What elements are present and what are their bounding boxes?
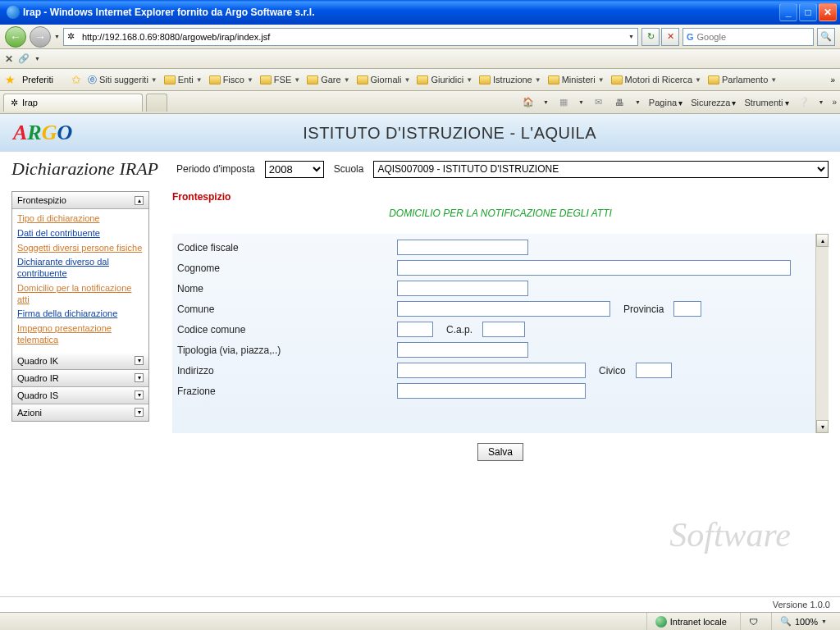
folder-icon <box>307 75 318 84</box>
section-title: Frontespizio <box>172 191 829 203</box>
sidebar-link[interactable]: Dati del contribuente <box>17 226 144 241</box>
app-header: ARGO ISTITUTO D'ISTRUZIONE - L'AQUILA <box>0 114 840 152</box>
security-zone[interactable]: Intranet locale <box>646 613 735 630</box>
favorites-star-icon[interactable]: ★ <box>5 73 16 86</box>
fav-folder-parlamento[interactable]: Parlamento▼ <box>708 75 777 84</box>
accordion-quadro-is[interactable]: Quadro IS▾ <box>12 387 148 404</box>
periodo-select[interactable]: 2008 <box>265 161 324 178</box>
close-button[interactable]: ✕ <box>819 3 837 21</box>
page-menu[interactable]: Pagina▾ <box>649 98 682 107</box>
argo-logo: ARGO <box>13 121 72 145</box>
scroll-down-button[interactable]: ▾ <box>816 420 829 433</box>
page-content: ARGO ISTITUTO D'ISTRUZIONE - L'AQUILA Di… <box>0 114 840 612</box>
accordion-frontespizio[interactable]: Frontespizio▴ <box>12 192 148 209</box>
tab-irap[interactable]: ✲ Irap <box>3 94 143 112</box>
input-comune[interactable] <box>397 301 610 317</box>
folder-icon <box>164 75 176 84</box>
help-icon[interactable]: ❔ <box>797 96 810 109</box>
accordion-azioni[interactable]: Azioni▾ <box>12 404 148 421</box>
label-cognome: Cognome <box>177 262 390 274</box>
form-scrollbar[interactable]: ▴ ▾ <box>815 234 829 433</box>
scuola-select[interactable]: AQIS007009 - ISTITUTO D'ISTRUZIONE <box>373 161 829 178</box>
form-area: Frontespizio DOMICILIO PER LA NOTIFICAZI… <box>172 191 829 471</box>
back-button[interactable]: ← <box>5 26 26 48</box>
window-titlebar: Irap - Windows Internet Explorer fornito… <box>0 0 840 25</box>
zoom-control[interactable]: 🔍100% ▼ <box>771 613 835 630</box>
home-icon[interactable]: 🏠 <box>522 96 535 109</box>
suggested-sites[interactable]: ⓔ Siti suggeriti ▼ <box>88 74 158 86</box>
input-tipologia[interactable] <box>397 342 528 358</box>
navigation-bar: ← → ▼ ✲ ▼ ↻ ✕ G 🔍 <box>0 25 840 49</box>
input-civico[interactable] <box>636 363 672 378</box>
sidebar-link[interactable]: Impegno presentazione telematica <box>17 322 144 348</box>
sidebar-link[interactable]: Tipo di dichiarazione <box>17 212 144 226</box>
forward-button[interactable]: → <box>30 26 51 48</box>
fav-folder-fse[interactable]: FSE▼ <box>260 75 300 84</box>
address-bar[interactable]: ✲ ▼ <box>63 28 638 46</box>
feeds-icon[interactable]: ▦ <box>557 96 570 109</box>
input-frazione[interactable] <box>397 383 586 399</box>
protected-mode[interactable]: 🛡 <box>740 613 766 630</box>
fav-folder-fisco[interactable]: Fisco▼ <box>209 75 253 84</box>
stop-button[interactable]: ✕ <box>661 28 679 46</box>
toolbar-overflow[interactable]: » <box>832 98 837 107</box>
security-menu[interactable]: Sicurezza▾ <box>691 98 736 107</box>
mail-icon[interactable]: ✉ <box>592 96 605 109</box>
fav-folder-giornali[interactable]: Giornali▼ <box>357 75 411 84</box>
sidebar: Frontespizio▴ Tipo di dichiarazioneDati … <box>11 191 149 471</box>
url-input[interactable] <box>82 32 625 42</box>
toolbar-close[interactable]: ✕ <box>5 53 13 65</box>
input-cap[interactable] <box>482 322 525 337</box>
periodo-label: Periodo d'imposta <box>176 163 255 175</box>
label-comune: Comune <box>177 304 390 315</box>
tools-menu[interactable]: Strumenti▾ <box>744 98 788 107</box>
ie-icon <box>7 6 20 19</box>
input-codice-fiscale[interactable] <box>397 240 528 255</box>
sidebar-link[interactable]: Domicilio per la notificazione atti <box>17 281 144 308</box>
scroll-up-button[interactable]: ▴ <box>816 234 829 247</box>
shield-icon: 🛡 <box>749 617 758 627</box>
folder-icon <box>417 75 428 84</box>
new-tab-button[interactable] <box>146 94 167 112</box>
status-bar: Intranet locale 🛡 🔍100% ▼ <box>0 612 840 630</box>
input-codice-comune[interactable] <box>397 322 433 337</box>
input-cognome[interactable] <box>397 260 791 276</box>
accordion-quadro-ir[interactable]: Quadro IR▾ <box>12 370 148 387</box>
favorites-label[interactable]: Preferiti <box>22 75 53 84</box>
search-box[interactable]: G <box>682 28 814 46</box>
input-indirizzo[interactable] <box>397 363 586 378</box>
input-nome[interactable] <box>397 281 528 296</box>
toolbar-icon[interactable]: 🔗 <box>18 53 30 64</box>
add-favorite-icon[interactable]: ✩ <box>71 73 81 86</box>
fav-folder-istruzione[interactable]: Istruzione▼ <box>479 75 541 84</box>
print-icon[interactable]: 🖶 <box>614 96 627 109</box>
nav-history-dropdown[interactable]: ▼ <box>54 34 60 39</box>
label-nome: Nome <box>177 283 390 294</box>
tab-bar: ✲ Irap 🏠▼ ▦▼ ✉ 🖶▼ Pagina▾ Sicurezza▾ Str… <box>0 91 840 114</box>
zoom-icon: 🔍 <box>780 616 792 627</box>
fav-folder-motori-di-ricerca[interactable]: Motori di Ricerca▼ <box>611 75 701 84</box>
fav-folder-enti[interactable]: Enti▼ <box>164 75 203 84</box>
search-input[interactable] <box>697 32 810 42</box>
sidebar-link[interactable]: Firma della dichiarazione <box>17 307 144 322</box>
address-dropdown[interactable]: ▼ <box>628 34 634 39</box>
page-icon: ✲ <box>67 31 79 43</box>
maximize-button[interactable]: □ <box>799 3 817 21</box>
favorites-overflow[interactable]: » <box>830 75 835 84</box>
minimize-button[interactable]: _ <box>779 3 797 21</box>
accordion-quadro-ik[interactable]: Quadro IK▾ <box>12 353 148 370</box>
label-frazione: Frazione <box>177 386 390 397</box>
label-cf: Codice fiscale <box>177 242 390 253</box>
fav-folder-ministeri[interactable]: Ministeri▼ <box>548 75 605 84</box>
tab-icon: ✲ <box>11 98 18 108</box>
sidebar-link[interactable]: Dichiarante diverso dal contribuente <box>17 255 144 281</box>
refresh-button[interactable]: ↻ <box>641 28 660 46</box>
google-icon: G <box>687 32 694 42</box>
sidebar-link[interactable]: Soggetti diversi persone fisiche <box>17 241 144 256</box>
search-button[interactable]: 🔍 <box>817 28 835 46</box>
toolbar-dropdown[interactable]: ▼ <box>34 56 40 62</box>
save-button[interactable]: Salva <box>477 443 523 461</box>
fav-folder-gare[interactable]: Gare▼ <box>307 75 349 84</box>
fav-folder-giuridici[interactable]: Giuridici▼ <box>417 75 472 84</box>
input-provincia[interactable] <box>673 301 701 317</box>
